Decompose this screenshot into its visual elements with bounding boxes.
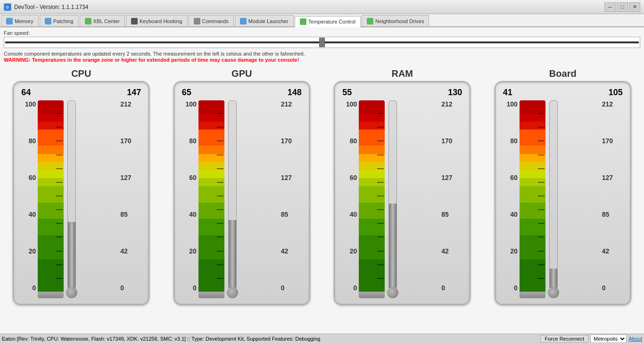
svg-rect-7: [241, 19, 245, 23]
fan-speed-slider[interactable]: [5, 41, 639, 43]
gpu-mercury-bulb: [227, 287, 238, 298]
tab-module-label: Module Launcher: [248, 18, 289, 24]
svg-text:D: D: [6, 5, 9, 9]
memory-tab-icon: [6, 18, 13, 24]
board-colored-thermo: [520, 100, 545, 298]
gpu-celsius: 65: [182, 88, 191, 98]
tab-memory-label: Memory: [15, 18, 33, 24]
fan-speed-section: Fan speed:: [2, 29, 642, 49]
ram-mercury: [387, 100, 399, 298]
app-icon: D: [4, 3, 11, 11]
gpu-title: GPU: [231, 68, 252, 79]
server-select[interactable]: Metropolis: [590, 335, 627, 343]
gauge-cpu: CPU 64 147 100 80 60 40 20 0: [6, 68, 157, 305]
gpu-fahrenheit: 148: [288, 88, 302, 98]
gauge-board: Board 41 105 100 80 60 40 20 0: [487, 68, 639, 305]
board-mercury-level: [550, 269, 557, 287]
gpu-mercury-level: [229, 220, 236, 287]
ram-celsius: 55: [342, 88, 352, 98]
tab-memory[interactable]: Memory: [1, 15, 39, 26]
cpu-colored-fill: [38, 100, 64, 292]
svg-rect-2: [8, 19, 11, 23]
tab-module-launcher[interactable]: Module Launcher: [235, 15, 294, 26]
window-controls: ─ □ ✕: [604, 2, 640, 12]
gpu-left-labels: 100 80 60 40 20 0: [182, 100, 198, 298]
cpu-colored-thermo: [38, 100, 64, 298]
board-colored-fill: [520, 100, 545, 292]
cpu-mercury-level: [68, 222, 75, 287]
gauges-container: CPU 64 147 100 80 60 40 20 0: [2, 65, 642, 332]
svg-point-3: [46, 19, 50, 23]
status-bar-right: Force Reconnect Metropolis About: [540, 335, 642, 343]
svg-point-4: [86, 19, 90, 23]
close-button[interactable]: ✕: [629, 2, 640, 12]
cpu-thermo-middle: [38, 100, 117, 298]
board-mercury: [547, 100, 560, 298]
gpu-mercury: [226, 100, 239, 298]
keyboard-tab-icon: [131, 18, 138, 24]
tab-temp-label: Temperature Control: [308, 19, 355, 24]
tab-neighborhood-drives[interactable]: Neighborhood Drives: [362, 15, 429, 26]
info-text: Console component temperatures are updat…: [2, 49, 642, 57]
tab-commands-label: Commands: [202, 18, 229, 24]
gpu-gauge-wrapper: 100 80 60 40 20 0: [182, 100, 302, 298]
ram-fahrenheit: 130: [448, 88, 462, 98]
ram-right-labels: 212 170 127 85 42 0: [438, 100, 462, 298]
svg-point-8: [301, 20, 305, 24]
tab-patching[interactable]: Patching: [40, 15, 79, 26]
commands-tab-icon: [194, 18, 200, 24]
tab-temperature-control[interactable]: Temperature Control: [295, 16, 361, 27]
patching-tab-icon: [45, 18, 51, 24]
cpu-fahrenheit: 147: [127, 88, 141, 98]
title-bar-left: D DevTool - Version: 1.1.1.1734: [4, 3, 88, 11]
tab-xbl-center[interactable]: XBL Center: [80, 15, 125, 26]
status-bar: Eaton [Rev: Trinity, CPU: Waternoose, Fl…: [0, 334, 644, 343]
svg-rect-5: [132, 19, 136, 23]
cpu-panel: 64 147 100 80 60 40 20 0: [13, 81, 149, 305]
content-area: Fan speed: Console component temperature…: [0, 27, 644, 334]
ram-panel: 55 130 100 80 60 40 20 0: [334, 81, 471, 305]
gpu-mercury-tube: [228, 100, 237, 288]
xbl-tab-icon: [85, 18, 91, 24]
app-title: DevTool - Version: 1.1.1.1734: [14, 4, 88, 10]
gpu-panel: 65 148 100 80 60 40 20 0: [173, 81, 310, 305]
gpu-colored-thermo: [198, 100, 224, 298]
ram-title: RAM: [391, 68, 413, 79]
tab-bar: Memory Patching XBL Center Keyboard Hook…: [0, 14, 644, 27]
minimize-button[interactable]: ─: [604, 2, 616, 12]
ram-mercury-tube: [388, 100, 397, 288]
board-mercury-bulb: [548, 287, 559, 298]
status-text: Eaton [Rev: Trinity, CPU: Waternoose, Fl…: [2, 336, 320, 342]
ram-left-labels: 100 80 60 40 20 0: [342, 100, 359, 298]
ram-gauge-wrapper: 100 80 60 40 20 0: [342, 100, 462, 298]
cpu-gauge-wrapper: 100 80 60 40 20 0: [21, 100, 141, 298]
board-fahrenheit: 105: [609, 88, 623, 98]
board-panel: 41 105 100 80 60 40 20 0: [495, 81, 631, 305]
svg-rect-6: [195, 19, 199, 23]
temp-tab-icon: [300, 18, 306, 25]
cpu-right-labels: 212 170 127 85 42 0: [117, 100, 141, 298]
tab-keyboard-label: Keyboard Hooking: [140, 18, 182, 24]
gpu-thermo-middle: [198, 100, 278, 298]
ram-thermo-middle: [359, 100, 438, 298]
force-reconnect-button[interactable]: Force Reconnect: [540, 335, 588, 343]
ram-mercury-bulb: [387, 287, 398, 298]
board-thermo-middle: [520, 100, 599, 298]
board-mercury-tube: [549, 100, 558, 288]
about-link[interactable]: About: [628, 336, 642, 342]
cpu-left-labels: 100 80 60 40 20 0: [21, 100, 38, 298]
cpu-celsius: 64: [21, 88, 31, 98]
tab-commands[interactable]: Commands: [189, 15, 234, 26]
tab-keyboard-hooking[interactable]: Keyboard Hooking: [126, 15, 188, 26]
gauge-ram: RAM 55 130 100 80 60 40 20 0: [327, 68, 478, 305]
tab-neighborhood-label: Neighborhood Drives: [375, 18, 424, 24]
module-tab-icon: [240, 18, 247, 24]
neighborhood-tab-icon: [367, 18, 373, 24]
tab-xbl-label: XBL Center: [93, 18, 120, 24]
cpu-mercury: [66, 100, 78, 298]
restore-button[interactable]: □: [617, 2, 628, 12]
board-celsius: 41: [503, 88, 512, 98]
board-right-labels: 212 170 127 85 42 0: [599, 100, 623, 298]
board-title: Board: [549, 68, 577, 79]
board-left-labels: 100 80 60 40 20 0: [503, 100, 520, 298]
